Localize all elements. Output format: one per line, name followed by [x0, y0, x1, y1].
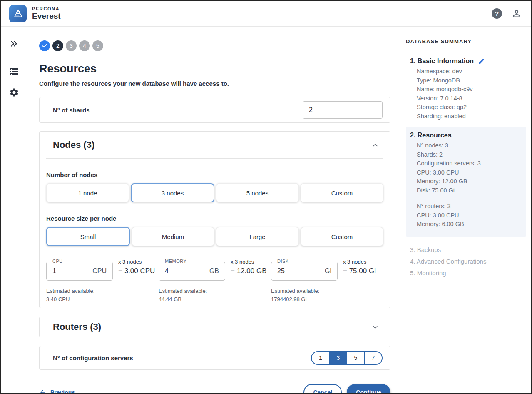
percona-logo-icon — [9, 5, 27, 22]
config-servers-7[interactable]: 7 — [364, 352, 382, 364]
wizard-main: 2 3 4 5 Resources Configure the resource… — [27, 27, 400, 393]
config-servers-card: N° of configuration servers 1 3 5 7 — [39, 346, 390, 370]
cpu-estimated: Estimated available: 3.40 CPU — [46, 287, 159, 304]
memory-totals: x 3 nodes = 12.00 GB — [231, 259, 266, 275]
resource-size-label: Resource size per node — [46, 215, 383, 222]
nodes-accordion-title: Nodes (3) — [53, 140, 94, 150]
summary-item: Type: MongoDB — [417, 76, 526, 85]
summary-resources-section: 2. Resources N° nodes: 3 Shards: 2 Confi… — [406, 127, 526, 237]
summary-basic-title: 1. Basic Information — [410, 57, 474, 65]
memory-field: MEMORY GB — [159, 262, 225, 281]
app-window: PERCONA Everest ? — [0, 0, 532, 394]
cancel-button[interactable]: Cancel — [303, 384, 342, 393]
cpu-estimated-label: Estimated available: — [46, 287, 159, 295]
edit-basic-info-icon[interactable] — [478, 58, 485, 65]
nodes-accordion-header[interactable]: Nodes (3) — [40, 132, 390, 158]
node-count-5[interactable]: 5 nodes — [216, 183, 299, 202]
user-profile-icon[interactable] — [511, 8, 522, 19]
previous-button[interactable]: Previous — [39, 389, 75, 393]
spacer — [417, 195, 523, 202]
settings-gear-icon[interactable] — [6, 84, 22, 101]
node-count-1[interactable]: 1 node — [46, 183, 129, 202]
brand: PERCONA Everest — [9, 5, 61, 22]
body-row: 2 3 4 5 Resources Configure the resource… — [1, 27, 531, 393]
page-subtitle: Configure the resources your new databas… — [39, 80, 390, 87]
size-small-selected[interactable]: Small — [46, 227, 130, 246]
step-2-active[interactable]: 2 — [52, 40, 63, 51]
chevron-down-icon — [372, 324, 378, 330]
summary-item: Shards: 2 — [417, 150, 523, 160]
memory-field-label: MEMORY — [163, 259, 189, 264]
expand-sidebar-icon[interactable] — [6, 36, 22, 52]
brand-name-everest: Everest — [32, 12, 61, 21]
config-servers-3-selected[interactable]: 3 — [329, 352, 347, 364]
size-large[interactable]: Large — [216, 227, 299, 246]
cpu-field: CPU CPU — [46, 262, 113, 281]
help-icon[interactable]: ? — [492, 8, 502, 19]
config-servers-5[interactable]: 5 — [347, 352, 364, 364]
size-medium[interactable]: Medium — [132, 227, 214, 246]
disk-multiplier: x 3 nodes — [343, 259, 376, 265]
databases-nav-icon[interactable] — [6, 63, 22, 80]
summary-item: Namespace: dev — [417, 67, 526, 76]
previous-label: Previous — [50, 389, 75, 393]
shards-card: N° of shards — [39, 97, 390, 123]
shards-input[interactable] — [303, 101, 383, 119]
summary-item: Configuration servers: 3 — [417, 159, 523, 168]
step-3[interactable]: 3 — [66, 40, 77, 51]
summary-basic-section: 1. Basic Information Namespace: dev Type… — [406, 57, 526, 121]
disk-totals: x 3 nodes = 75.00 Gi — [343, 259, 376, 275]
memory-estimated-value: 44.44 GB — [159, 295, 271, 304]
check-icon — [42, 43, 47, 49]
memory-input[interactable] — [165, 267, 194, 275]
disk-estimated-label: Estimated available: — [271, 287, 383, 295]
cpu-input[interactable] — [52, 267, 82, 275]
summary-item: N° nodes: 3 — [417, 141, 523, 150]
node-count-3-selected[interactable]: 3 nodes — [131, 183, 214, 202]
footer-buttons: Cancel Continue — [303, 384, 390, 393]
disk-field: DISK Gi — [271, 262, 338, 281]
disk-total: = 75.00 Gi — [343, 267, 376, 275]
cpu-field-label: CPU — [50, 259, 65, 264]
config-servers-label: N° of configuration servers — [53, 354, 133, 362]
chevron-up-icon — [372, 142, 378, 148]
app-header: PERCONA Everest ? — [1, 1, 531, 27]
memory-unit: GB — [209, 267, 219, 275]
summary-basic-items: Namespace: dev Type: MongoDB Name: mongo… — [406, 67, 526, 121]
step-1-completed[interactable] — [39, 40, 50, 51]
step-5[interactable]: 5 — [92, 40, 103, 51]
disk-column: DISK Gi x 3 nodes = 75.00 Gi — [271, 259, 383, 304]
nodes-accordion: Nodes (3) Number of nodes 1 node 3 nodes… — [39, 131, 390, 308]
summary-item: N° routers: 3 — [417, 202, 523, 211]
shards-label: N° of shards — [53, 107, 90, 114]
disk-field-label: DISK — [275, 259, 291, 264]
node-count-custom[interactable]: Custom — [301, 183, 383, 202]
memory-column: MEMORY GB x 3 nodes = 12.00 GB — [159, 259, 271, 304]
memory-multiplier: x 3 nodes — [231, 259, 266, 265]
summary-item: Sharding: enabled — [417, 112, 526, 121]
resource-size-options: Small Medium Large Custom — [46, 227, 383, 246]
summary-pending-monitoring: 5. Monitoring — [410, 267, 526, 279]
routers-accordion-header[interactable]: Routers (3) — [40, 317, 390, 337]
cpu-unit: CPU — [92, 267, 107, 275]
memory-total: = 12.00 GB — [231, 267, 266, 275]
step-4[interactable]: 4 — [79, 40, 90, 51]
resource-inputs-row: CPU CPU x 3 nodes = 3.00 CPU — [46, 259, 383, 304]
summary-item: CPU: 3.00 CPU — [417, 211, 523, 220]
page-title: Resources — [39, 62, 390, 75]
database-summary-sidebar: DATABASE SUMMARY 1. Basic Information Na… — [400, 27, 531, 393]
cpu-multiplier: x 3 nodes — [118, 259, 155, 265]
wizard-stepper: 2 3 4 5 — [39, 40, 390, 51]
memory-estimated-label: Estimated available: — [159, 287, 271, 295]
cpu-totals: x 3 nodes = 3.00 CPU — [118, 259, 155, 275]
summary-item: Memory: 12.00 GB — [417, 177, 523, 186]
summary-item: Name: mongodb-c9v — [417, 85, 526, 94]
summary-resources-title: 2. Resources — [410, 132, 452, 139]
summary-pending-sections: 3. Backups 4. Advanced Configurations 5.… — [406, 244, 526, 279]
nodes-accordion-body: Number of nodes 1 node 3 nodes 5 nodes C… — [40, 159, 390, 308]
size-custom[interactable]: Custom — [301, 227, 383, 246]
summary-resources-items: N° nodes: 3 Shards: 2 Configuration serv… — [406, 141, 523, 229]
continue-button[interactable]: Continue — [347, 384, 390, 393]
disk-input[interactable] — [277, 267, 306, 275]
config-servers-1[interactable]: 1 — [312, 352, 329, 364]
